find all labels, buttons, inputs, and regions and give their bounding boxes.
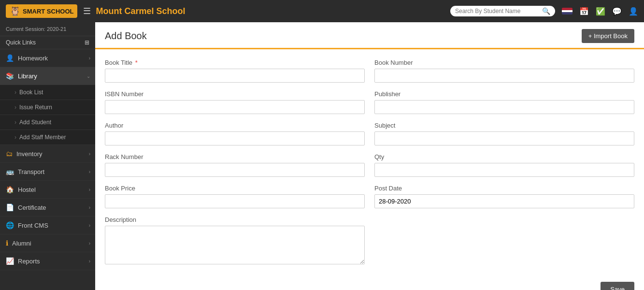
calendar-icon[interactable]: 📅 [579,7,589,16]
sidebar-item-library[interactable]: 📚 Library ⌄ [0,67,95,85]
sidebar-item-hostel[interactable]: 🏠 Hostel › [0,181,95,199]
grid-icon: ⊞ [85,39,89,46]
sidebar-item-add-student[interactable]: Add Student [0,115,95,130]
transport-icon: 🚌 [6,168,14,175]
chevron-right-icon: › [89,223,90,228]
form-row-3: Author Subject [105,122,634,145]
sidebar-item-homework[interactable]: 👤 Homework › [0,49,95,67]
sidebar-item-certificate[interactable]: 📄 Certificate › [0,199,95,217]
hamburger-icon[interactable]: ☰ [83,6,91,16]
sidebar-item-label: Inventory [16,150,42,158]
publisher-input[interactable] [374,100,634,114]
form-row-1: Book Title * Book Number [105,59,634,83]
library-icon: 📚 [6,72,14,80]
qty-input[interactable] [374,163,634,177]
form-row-4: Rack Number Qty [105,153,634,177]
chevron-right-icon: › [89,259,90,264]
author-input[interactable] [105,131,365,145]
isbn-group: ISBN Number [105,90,365,114]
rack-number-input[interactable] [105,163,365,177]
content-header: Add Book + Import Book [95,22,644,49]
chevron-down-icon: ⌄ [86,73,90,79]
reports-icon: 📈 [6,257,14,265]
post-date-input[interactable] [374,194,634,208]
chevron-right-icon: › [89,169,90,174]
sub-item-label: Add Staff Member [19,134,66,141]
sidebar-item-alumni[interactable]: ℹ Alumni › [0,234,95,252]
hostel-icon: 🏠 [6,186,14,193]
session-label: Current Session: 2020-21 [0,22,95,36]
page-title: Add Book [105,30,147,42]
search-input[interactable] [455,8,542,14]
book-price-group: Book Price [105,185,365,208]
sidebar-item-label: Hostel [18,186,36,193]
description-placeholder [374,216,634,264]
sidebar-item-label: Alumni [12,240,31,247]
sub-item-label: Add Student [19,119,51,126]
book-title-input[interactable] [105,69,365,83]
isbn-label: ISBN Number [105,90,365,98]
book-price-input[interactable] [105,194,365,208]
sidebar-item-label: Front CMS [18,222,48,229]
isbn-input[interactable] [105,100,365,114]
form-footer: Save [95,277,644,290]
quick-links[interactable]: Quick Links ⊞ [0,36,95,49]
search-icon: 🔍 [542,7,550,15]
sub-item-label: Issue Return [19,104,52,111]
whatsapp-icon[interactable]: 💬 [612,7,622,16]
front-cms-icon: 🌐 [6,221,14,229]
sidebar-item-transport[interactable]: 🚌 Transport › [0,163,95,181]
add-book-form: Book Title * Book Number ISBN Number Pub… [95,49,644,277]
post-date-group: Post Date [374,185,634,208]
book-title-label: Book Title * [105,59,365,66]
sidebar-item-label: Transport [18,168,44,175]
publisher-group: Publisher [374,90,634,114]
search-bar: 🔍 [450,6,555,16]
checklist-icon[interactable]: ✅ [596,7,605,16]
top-navbar: 🦉 SMART SCHOOL ☰ Mount Carmel School 🔍 📅… [0,0,644,22]
rack-number-group: Rack Number [105,153,365,177]
navbar-icons: 📅 ✅ 💬 👤 [562,7,638,16]
save-button[interactable]: Save [601,282,634,290]
book-number-input[interactable] [374,69,634,83]
description-label: Description [105,216,365,223]
main-content: Add Book + Import Book Book Title * Book… [95,22,644,290]
description-input[interactable] [105,226,365,264]
form-row-2: ISBN Number Publisher [105,90,634,114]
author-group: Author [105,122,365,145]
sidebar-item-reports[interactable]: 📈 Reports › [0,252,95,270]
book-number-group: Book Number [374,59,634,83]
import-book-button[interactable]: + Import Book [582,29,634,43]
sidebar-item-inventory[interactable]: 🗂 Inventory › [0,145,95,163]
sidebar: Current Session: 2020-21 Quick Links ⊞ 👤… [0,22,95,290]
qty-label: Qty [374,153,634,160]
sidebar-item-label: Library [18,72,37,80]
sub-item-label: Book List [19,89,43,96]
subject-group: Subject [374,122,634,145]
logo: 🦉 SMART SCHOOL [6,4,77,18]
subject-input[interactable] [374,131,634,145]
homework-icon: 👤 [6,54,14,62]
chevron-right-icon: › [89,151,90,157]
required-marker: * [133,59,138,66]
form-row-6: Description [105,216,634,264]
post-date-label: Post Date [374,185,634,192]
qty-group: Qty [374,153,634,177]
user-icon[interactable]: 👤 [629,7,638,16]
form-row-5: Book Price Post Date [105,185,634,208]
book-number-label: Book Number [374,59,634,66]
description-group: Description [105,216,365,264]
sidebar-item-front-cms[interactable]: 🌐 Front CMS › [0,217,95,234]
publisher-label: Publisher [374,90,634,98]
sidebar-item-add-staff[interactable]: Add Staff Member [0,130,95,145]
sidebar-item-issue-return[interactable]: Issue Return [0,100,95,115]
chevron-right-icon: › [89,56,90,61]
book-title-group: Book Title * [105,59,365,83]
sidebar-item-label: Reports [18,258,40,265]
library-submenu: Book List Issue Return Add Student Add S… [0,85,95,145]
flag-icon[interactable] [562,8,572,14]
sidebar-item-book-list[interactable]: Book List [0,85,95,100]
main-layout: Current Session: 2020-21 Quick Links ⊞ 👤… [0,22,644,290]
chevron-right-icon: › [89,187,90,192]
quick-links-label: Quick Links [6,39,36,46]
